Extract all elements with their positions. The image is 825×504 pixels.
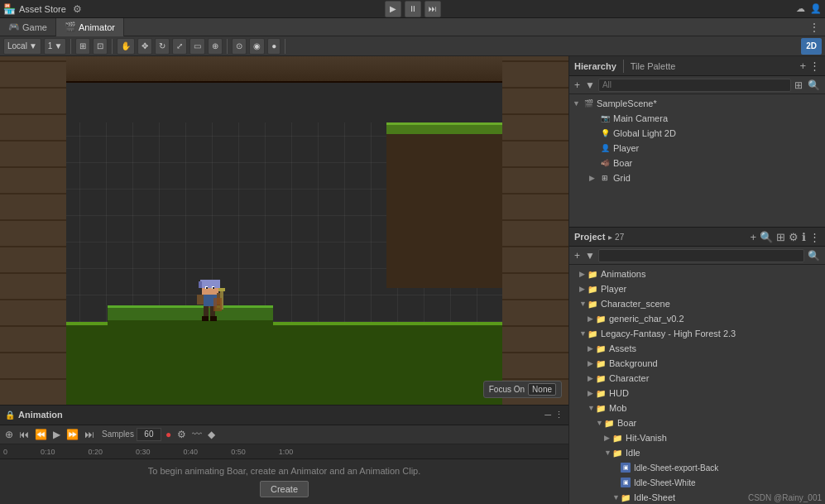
hierarchy-menu-icon[interactable]: ⋮ [809,60,820,72]
hierarchy-tree[interactable]: ▼ 🎬 SampleScene* 📷 Main Camera 💡 Global … [569,94,825,227]
proj-item-hud[interactable]: ▶ 📁 HUD [569,386,825,401]
proj-item-background[interactable]: ▶ 📁 Background [569,356,825,371]
anim-menu-icon[interactable]: ⋮ [554,410,564,420]
tab-animator[interactable]: 🎬 Animator [56,18,124,36]
anim-record-btn[interactable]: ● [164,429,173,440]
proj-item-idle-folder[interactable]: ▼ 📁 Idle [569,445,825,460]
proj-item-idle-sheet-back[interactable]: ▣ Idle-Sheet-export-Back [569,460,825,475]
tab-menu-icon[interactable]: ⋮ [803,21,825,34]
create-button[interactable]: Create [260,481,309,497]
hand-btn[interactable]: ✋ [117,38,135,55]
move-btn[interactable]: ✥ [137,38,152,55]
local-dropdown[interactable]: Local ▼ [3,38,41,55]
hier-add-btn[interactable]: + [573,79,582,91]
step-button[interactable]: ⏭ [424,1,441,17]
proj-item-mob[interactable]: ▼ 📁 Mob [569,401,825,415]
wall-left [0,56,66,405]
proj-item-legacy-fantasy[interactable]: ▼ 📁 Legacy-Fantasy - High Forest 2.3 [569,326,825,341]
grid-btn[interactable]: ⊞ [75,38,90,55]
scene-view[interactable]: Focus On None [0,56,568,405]
hierarchy-add-icon[interactable]: + [799,60,806,72]
proj-item-generic-char[interactable]: ▶ 📁 generic_char_v0.2 [569,311,825,326]
hier-item-samplescene[interactable]: ▼ 🎬 SampleScene* [569,96,825,111]
asset-store-label[interactable]: Asset Store [19,4,66,14]
project-search-icon[interactable]: 🔍 [760,231,773,243]
anim-add-btn[interactable]: ⊕ [3,429,15,440]
transform-btn[interactable]: ⊕ [208,38,223,55]
anim-curve-icon[interactable]: 〰 [190,429,204,440]
rect-btn[interactable]: ▭ [189,38,205,55]
grid2-btn[interactable]: ⊡ [93,38,108,55]
hier-search-icon[interactable]: 🔍 [806,79,822,91]
proj-item-character-folder[interactable]: ▶ 📁 Character [569,371,825,386]
project-filter-icon[interactable]: ⊞ [776,231,785,243]
proj-add-btn[interactable]: + [573,250,582,262]
hier-item-player[interactable]: 👤 Player [569,141,825,156]
proj-item-player[interactable]: ▶ 📁 Player [569,281,825,296]
anim-back-btn[interactable]: ⏪ [33,429,49,440]
svg-rect-17 [213,298,222,311]
watermark: CSDN @Rainy_001 [748,493,822,502]
project-info-icon[interactable]: ℹ [802,231,806,243]
tile-palette-title[interactable]: Tile Palette [631,61,676,71]
anim-minimize-icon[interactable]: ─ [544,410,551,420]
globe-btn[interactable]: ◉ [249,38,265,55]
hier-item-maincamera[interactable]: 📷 Main Camera [569,111,825,126]
anim-prev-btn[interactable]: ⏮ [17,429,31,440]
focus-on-control[interactable]: Focus On None [483,381,562,398]
anim-key-icon[interactable]: ◆ [206,429,217,440]
cloud-icon[interactable]: ☁ [796,3,805,14]
project-menu-icon[interactable]: ⋮ [809,231,820,243]
proj-item-character-scene[interactable]: ▼ 📁 Character_scene [569,296,825,311]
focus-on-value[interactable]: None [528,383,556,396]
proj-arrow-btn[interactable]: ▼ [583,250,597,262]
project-title: Project [574,232,605,242]
account-icon[interactable]: 👤 [810,3,822,14]
ruler-0: 0 [3,448,7,456]
hier-filter-icon[interactable]: ⊞ [793,79,804,91]
top-bar-actions: ☁ 👤 [796,3,822,14]
circle-btn[interactable]: ● [267,38,281,55]
anim-settings-icon[interactable]: ⚙ [175,429,188,440]
scale-btn[interactable]: ⤢ [172,38,187,55]
proj-item-idle-sheet-white[interactable]: ▣ Idle-Sheet-White [569,475,825,490]
project-grid-icon[interactable]: ⚙ [789,231,799,243]
project-add-icon[interactable]: + [750,231,756,243]
proj-item-hit-vanish[interactable]: ▶ 📁 Hit-Vanish [569,430,825,445]
pivot-btn[interactable]: ⊙ [232,38,247,55]
proj-item-boar-folder[interactable]: ▼ 📁 Boar [569,415,825,430]
svg-rect-11 [204,306,209,318]
pause-button[interactable]: ⏸ [405,1,421,17]
hier-item-globallight[interactable]: 💡 Global Light 2D [569,126,825,141]
project-search-input[interactable] [598,249,804,262]
ruler-010: 0:10 [41,448,55,456]
folder-icon-animations: 📁 [588,270,597,279]
project-tree[interactable]: ▶ 📁 Animations ▶ 📁 Player ▼ 📁 Character_… [569,265,825,504]
anim-play-btn[interactable]: ▶ [51,429,62,440]
hier-item-grid[interactable]: ▶ ⊞ Grid [569,170,825,185]
anim-lock-icon[interactable]: 🔒 [5,410,15,420]
anim-next-btn[interactable]: ⏩ [65,429,80,440]
samples-input[interactable] [137,428,161,441]
num-dropdown[interactable]: 1 ▼ [44,38,66,55]
folder-icon-player: 📁 [588,285,597,294]
toolbar-separator-3 [227,39,228,54]
folder-icon-legacy: 📁 [588,329,597,338]
btn-2d[interactable]: 2D [801,38,822,55]
play-button[interactable]: ▶ [385,1,401,17]
game-icon: 🎮 [8,22,20,32]
right-panel: Hierarchy Tile Palette + ⋮ + ▼ ⊞ 🔍 ▼ 🎬 S… [568,56,825,504]
hier-item-boar[interactable]: 🐗 Boar [569,156,825,170]
toolbar-separator-2 [112,39,113,54]
hier-minus-btn[interactable]: ▼ [583,79,597,91]
proj-search-btn[interactable]: 🔍 [806,250,822,262]
hierarchy-search[interactable] [598,79,791,92]
settings-icon[interactable]: ⚙ [73,3,82,15]
proj-item-animations[interactable]: ▶ 📁 Animations [569,266,825,281]
proj-item-assets[interactable]: ▶ 📁 Assets [569,341,825,356]
rotate-btn[interactable]: ↻ [155,38,170,55]
anim-end-btn[interactable]: ⏭ [83,429,96,440]
tab-game[interactable]: 🎮 Game [0,18,56,36]
file-icon-idle-white: ▣ [621,478,631,487]
tabs-row: 🎮 Game 🎬 Animator ⋮ [0,18,825,36]
